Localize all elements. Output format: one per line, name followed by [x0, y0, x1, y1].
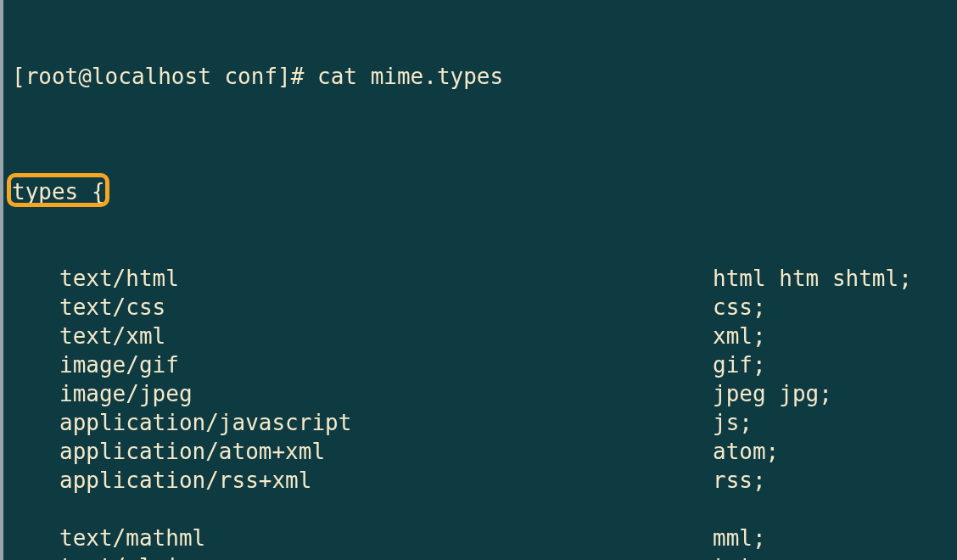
mime-type: text/xml	[59, 322, 713, 350]
indent	[12, 437, 59, 466]
indent	[12, 293, 59, 322]
mime-row: text/csscss;	[12, 293, 949, 322]
mime-extensions: xml;	[713, 322, 949, 350]
mime-extensions: mml;	[713, 524, 949, 552]
mime-row: image/gifgif;	[12, 350, 949, 379]
mime-extensions: rss;	[713, 466, 949, 495]
mime-extensions: atom;	[713, 437, 949, 466]
mime-row: application/atom+xmlatom;	[12, 437, 949, 466]
mime-type: text/html	[59, 264, 713, 293]
mime-extensions: js;	[713, 408, 949, 437]
indent	[12, 264, 59, 293]
indent	[12, 466, 59, 495]
mime-type: image/jpeg	[59, 379, 713, 408]
indent	[12, 408, 59, 437]
mime-extensions: jpeg jpg;	[713, 379, 949, 408]
mime-type: text/css	[59, 293, 713, 322]
mime-type: application/atom+xml	[59, 437, 713, 466]
mime-row: image/jpegjpeg jpg;	[12, 379, 949, 408]
mime-extensions: gif;	[713, 350, 949, 379]
blank-line	[12, 495, 949, 524]
types-open-text: types {	[12, 179, 105, 204]
indent	[12, 322, 59, 350]
mime-type: text/plain	[59, 552, 713, 560]
mime-row: application/rss+xmlrss;	[12, 466, 949, 495]
indent	[12, 379, 59, 408]
mime-row: text/plaintxt;	[12, 552, 949, 560]
indent	[12, 350, 59, 379]
mime-type: image/gif	[59, 350, 713, 379]
mime-extensions: html htm shtml;	[713, 264, 949, 293]
mime-row: text/mathmlmml;	[12, 524, 949, 552]
mime-rows-container: text/htmlhtml htm shtml;text/csscss;text…	[12, 264, 949, 560]
mime-row: application/javascriptjs;	[12, 408, 949, 437]
mime-type: text/mathml	[59, 524, 713, 552]
mime-extensions: css;	[713, 293, 949, 322]
mime-extensions: txt;	[713, 552, 949, 560]
mime-type: application/javascript	[59, 408, 713, 437]
mime-type: application/rss+xml	[59, 466, 713, 495]
mime-row: text/xmlxml;	[12, 322, 949, 350]
shell-prompt-line: [root@localhost conf]# cat mime.types	[12, 62, 949, 91]
indent	[12, 552, 59, 560]
terminal-output: [root@localhost conf]# cat mime.types ty…	[3, 0, 957, 560]
types-open-line: types {	[12, 177, 949, 206]
indent	[12, 524, 59, 552]
mime-row: text/htmlhtml htm shtml;	[12, 264, 949, 293]
